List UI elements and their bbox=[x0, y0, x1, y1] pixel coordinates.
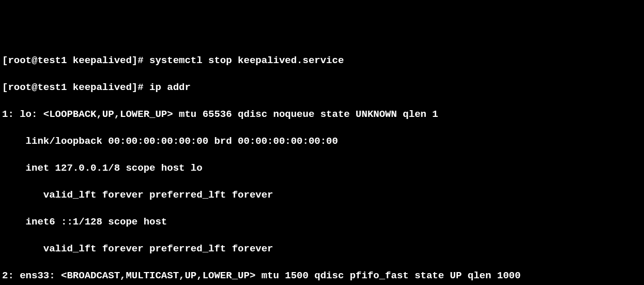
terminal-line: 1: lo: <LOOPBACK,UP,LOWER_UP> mtu 65536 … bbox=[2, 108, 642, 121]
terminal-line: link/loopback 00:00:00:00:00:00 brd 00:0… bbox=[2, 134, 642, 148]
terminal-line: 2: ens33: <BROADCAST,MULTICAST,UP,LOWER_… bbox=[2, 269, 642, 282]
terminal-line: [root@test1 keepalived]# systemctl stop … bbox=[2, 54, 642, 67]
terminal-line: valid_lft forever preferred_lft forever bbox=[2, 242, 642, 256]
terminal-line: inet 127.0.0.1/8 scope host lo bbox=[2, 161, 642, 175]
terminal-line: inet6 ::1/128 scope host bbox=[2, 215, 642, 229]
terminal-line: valid_lft forever preferred_lft forever bbox=[2, 188, 642, 202]
terminal-line: [root@test1 keepalived]# ip addr bbox=[2, 81, 642, 94]
